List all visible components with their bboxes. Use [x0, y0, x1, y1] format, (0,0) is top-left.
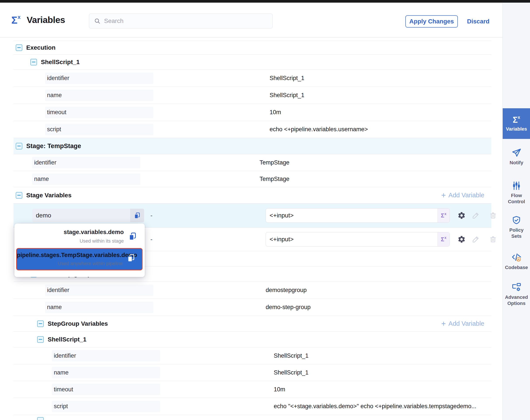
variable-name-field[interactable]: demo: [32, 209, 144, 222]
section-row-partial: [14, 415, 491, 420]
section-label: Execution: [26, 44, 56, 51]
collapse-icon[interactable]: [16, 192, 22, 199]
sidebar-item-policy-sets[interactable]: Policy Sets: [503, 214, 530, 241]
key-cell: identifier: [52, 350, 160, 361]
required-cell: -: [150, 236, 152, 243]
sidebar-item-label: Flow Control: [506, 193, 527, 205]
copy-button[interactable]: [130, 209, 144, 222]
collapse-icon[interactable]: [37, 320, 44, 327]
sidebar-item-label: Notify: [510, 160, 523, 166]
key-cell: script: [45, 124, 153, 135]
settings-button[interactable]: [457, 235, 466, 243]
code-warning-icon: [511, 253, 521, 263]
variable-path-option-stage[interactable]: stage.variables.demo Used within its sta…: [15, 229, 145, 247]
value-cell: TempStage: [260, 159, 290, 166]
plus-icon: +: [441, 191, 446, 199]
pencil-icon: [472, 211, 480, 219]
value-cell: echo <+pipeline.variables.username>: [270, 126, 368, 133]
kv-row: script echo "<+stage.variables.demo>" ec…: [14, 398, 491, 415]
collapse-icon[interactable]: [37, 417, 44, 420]
key-cell: name: [32, 173, 140, 185]
variable-value-field[interactable]: <+input> Σx: [266, 208, 450, 223]
window-top-bar: [0, 0, 530, 3]
add-variable-button[interactable]: + Add Variable: [441, 191, 484, 199]
value-cell: ShellScript_1: [274, 369, 309, 376]
right-sidebar: Σx Variables Notify Flow Control Policy …: [502, 3, 530, 420]
stage-section-row: Stage: TempStage: [14, 138, 491, 154]
collapse-icon[interactable]: [37, 336, 44, 343]
sidebar-item-advanced-options[interactable]: Advanced Options: [503, 281, 530, 308]
discard-button[interactable]: Discard: [467, 18, 489, 25]
variable-path-text: stage.variables.demo: [15, 229, 124, 236]
value-cell: 10m: [274, 386, 285, 393]
runtime-input-type-button[interactable]: Σx: [438, 209, 450, 223]
copy-icon: [127, 254, 135, 262]
sidebar-item-flow-control[interactable]: Flow Control: [503, 179, 530, 207]
collapse-icon[interactable]: [16, 143, 22, 150]
collapse-icon[interactable]: [16, 45, 22, 51]
gear-icon: [457, 211, 466, 220]
apply-changes-button[interactable]: Apply Changes: [405, 15, 458, 28]
sidebar-item-label: Advanced Options: [504, 294, 529, 306]
variable-value-field[interactable]: <+input> Σx: [266, 232, 450, 247]
section-row-shellscript: ShellScript_1: [14, 55, 491, 70]
add-variable-button[interactable]: + Add Variable: [441, 320, 484, 328]
workflow-gear-icon: [511, 282, 521, 292]
key-cell: timeout: [52, 384, 160, 395]
value-cell: echo "<+stage.variables.demo>" echo <+pi…: [274, 403, 476, 410]
value-cell: ShellScript_1: [274, 352, 309, 359]
variable-value-input[interactable]: <+input>: [266, 212, 438, 219]
add-variable-label: Add Variable: [448, 192, 484, 199]
kv-row: name ShellScript_1: [14, 87, 491, 104]
key-cell: name: [45, 90, 153, 101]
kv-row: name ShellScript_1: [14, 364, 491, 381]
variable-row-actions: [457, 235, 497, 243]
add-variable-label: Add Variable: [448, 320, 484, 327]
sigma-x-icon: Σx: [513, 115, 520, 124]
section-row-execution: Execution: [14, 41, 491, 55]
kv-row: timeout 10m: [14, 104, 491, 121]
kv-row: identifier ShellScript_1: [14, 70, 491, 87]
variable-path-scope: Used anywhere within pipeline: [17, 261, 123, 267]
value-cell: demo-step-group: [266, 304, 311, 311]
search-box[interactable]: [89, 14, 273, 29]
edit-button[interactable]: [472, 235, 480, 243]
shield-check-icon: [512, 215, 521, 225]
pencil-icon: [472, 235, 480, 243]
sidebar-item-label: Variables: [506, 126, 527, 132]
copy-button[interactable]: [127, 254, 135, 263]
delete-button[interactable]: [489, 212, 497, 219]
kv-row: timeout 10m: [14, 381, 491, 398]
collapse-icon[interactable]: [30, 59, 37, 65]
variable-name-input[interactable]: demo: [32, 209, 130, 222]
delete-button[interactable]: [489, 236, 497, 243]
copy-button[interactable]: [128, 232, 137, 241]
settings-button[interactable]: [457, 211, 466, 220]
edit-button[interactable]: [472, 211, 480, 219]
trash-icon: [489, 212, 497, 219]
stage-section-label: Stage: TempStage: [26, 142, 81, 150]
section-row-stepgroup-variables: StepGroup Variables + Add Variable: [14, 316, 491, 332]
sidebar-item-codebase[interactable]: Codebase: [503, 249, 530, 273]
sigma-x-icon: Σx: [11, 15, 21, 25]
variable-path-option-pipeline[interactable]: pipeline.stages.TempStage.variables.demo…: [16, 248, 143, 270]
trash-icon: [489, 236, 497, 243]
required-cell: -: [150, 212, 152, 219]
section-label: StepGroup Variables: [48, 320, 108, 327]
search-input[interactable]: [104, 17, 272, 25]
runtime-input-type-button[interactable]: Σx: [438, 232, 450, 246]
sliders-icon: [512, 181, 521, 191]
kv-row: script echo <+pipeline.variables.usernam…: [14, 121, 491, 138]
key-cell: script: [52, 401, 160, 412]
key-cell: identifier: [45, 285, 153, 296]
sidebar-item-label: Policy Sets: [508, 227, 525, 239]
sidebar-item-notify[interactable]: Notify: [503, 144, 530, 169]
kv-row: name TempStage: [14, 171, 491, 187]
gear-icon: [457, 235, 466, 243]
sidebar-item-variables[interactable]: Σx Variables: [503, 108, 530, 139]
section-label: ShellScript_1: [48, 336, 86, 343]
key-cell: identifier: [45, 73, 153, 84]
section-label: ShellScript_1: [41, 59, 80, 66]
value-cell: ShellScript_1: [270, 92, 304, 99]
variable-value-input[interactable]: <+input>: [266, 236, 438, 243]
